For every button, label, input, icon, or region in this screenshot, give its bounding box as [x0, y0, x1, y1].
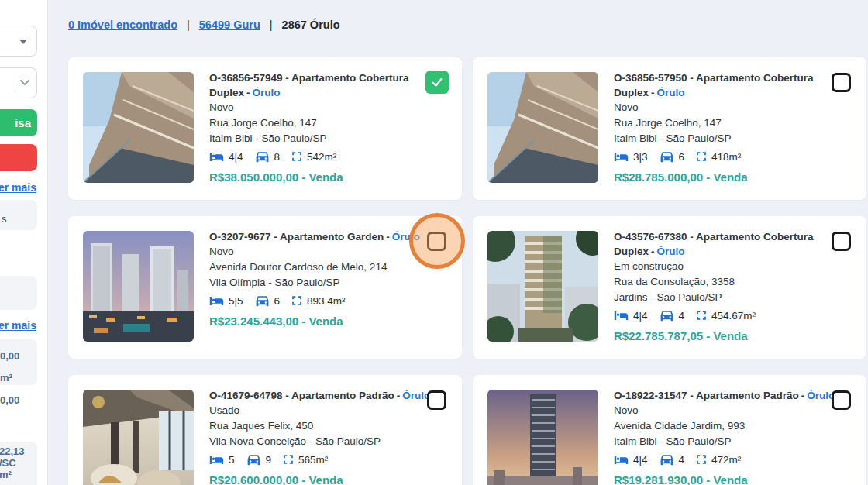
sidebar-combobox[interactable]	[0, 67, 37, 98]
listing-price: R$19.281.930,00 - Venda	[614, 473, 846, 485]
listing-title: O-36856-57949 - Apartamento Cobertura Du…	[209, 71, 436, 100]
area-feature: 542m²	[291, 151, 336, 163]
area-value: 472m²	[711, 454, 741, 466]
building-photo-illustration	[487, 231, 598, 342]
car-icon	[255, 295, 270, 307]
listing-title: O-43576-67380 - Apartamento Cobertura Du…	[614, 229, 840, 259]
building-photo-illustration	[487, 72, 598, 183]
bed-icon	[614, 454, 629, 466]
bed-icon	[209, 295, 224, 307]
property-photo	[487, 72, 598, 183]
listing-condition: Novo	[614, 100, 846, 115]
area-feature: 454.67m²	[696, 310, 756, 322]
bed-icon	[614, 310, 629, 322]
area-expand-icon	[696, 310, 707, 321]
listing-district: Vila Olímpia - São Paulo/SP	[209, 275, 442, 291]
bedrooms-value: 3|3	[633, 151, 648, 163]
select-checkbox[interactable]	[425, 71, 449, 94]
filter-chip-price[interactable]: 22,13 /SC m²	[0, 442, 37, 485]
bed-icon	[209, 151, 224, 163]
source-link[interactable]: Órulo	[657, 246, 685, 257]
bedrooms-feature: 4|4	[614, 310, 648, 322]
guru-count-link[interactable]: 56499 Guru	[199, 19, 260, 31]
filter-chip-area[interactable]: 0,00 m²	[0, 339, 37, 385]
title-separator: -	[246, 87, 250, 98]
listing-features: 4|4 4 472m²	[614, 452, 846, 466]
car-icon	[660, 310, 674, 322]
listing-features: 3|3 6 418m²	[614, 150, 846, 163]
listing-street: Avenida Doutor Cardoso de Melo, 214	[209, 260, 442, 275]
property-photo	[487, 231, 598, 342]
filter-chip-value: 22,13	[0, 445, 37, 457]
ver-mais-link[interactable]: Ver mais	[0, 319, 36, 332]
listing-info: O-3207-9677 - Apartamento Garden-Órulo N…	[209, 229, 442, 328]
filter-chip-value: 0,00	[0, 346, 37, 367]
area-expand-icon	[291, 295, 302, 306]
source-link[interactable]: Órulo	[657, 87, 685, 98]
bed-icon	[614, 151, 629, 163]
building-photo-illustration	[83, 72, 194, 183]
parking-feature: 8	[255, 151, 281, 163]
bedrooms-value: 4|4	[633, 454, 648, 466]
divider	[15, 74, 16, 91]
ver-mais-link[interactable]: Ver mais	[0, 181, 36, 194]
listing-title: O-3207-9677 - Apartamento Garden-Órulo	[209, 229, 436, 244]
filter-chip-label: s	[2, 213, 7, 225]
listing-code: O-41679-64798 - Apartamento Padrão	[209, 390, 394, 401]
parking-value: 9	[266, 454, 272, 466]
sidebar-select[interactable]	[0, 26, 37, 57]
bedrooms-feature: 3|3	[614, 151, 648, 163]
listing-district: Itaim Bibi - São Paulo/SP	[209, 131, 442, 146]
listing-card: O-36856-57949 - Apartamento Cobertura Du…	[68, 57, 462, 200]
area-value: 542m²	[307, 151, 336, 163]
listing-title: O-36856-57950 - Apartamento Cobertura Du…	[614, 71, 840, 100]
caret-down-icon	[19, 40, 27, 44]
listing-info: O-43576-67380 - Apartamento Cobertura Du…	[614, 229, 846, 342]
filter-chip[interactable]: s	[0, 200, 37, 230]
chevron-down-icon	[20, 80, 29, 86]
bedrooms-feature: 5	[209, 454, 235, 466]
area-value: 454.67m²	[711, 310, 756, 322]
separator: |	[270, 19, 273, 31]
parking-feature: 9	[246, 454, 272, 466]
source-link[interactable]: Órulo	[402, 390, 430, 401]
bedrooms-feature: 4|4	[209, 151, 243, 163]
car-icon	[660, 454, 674, 466]
bedrooms-value: 5	[229, 454, 235, 466]
source-link[interactable]: Órulo	[253, 87, 281, 98]
title-separator: -	[386, 231, 390, 242]
property-photo	[83, 390, 194, 485]
area-feature: 893.4m²	[291, 295, 346, 307]
listing-price: R$23.245.443,00 - Venda	[209, 315, 442, 328]
listing-condition: Novo	[614, 403, 846, 418]
listing-features: 4|4 4 454.67m²	[614, 308, 846, 322]
parking-value: 8	[274, 151, 281, 163]
orulo-count: 2867 Órulo	[282, 19, 340, 31]
select-checkbox[interactable]	[832, 390, 851, 410]
results-count-link[interactable]: 0 Imóvel encontrado	[68, 19, 177, 31]
results-header: 0 Imóvel encontrado | 56499 Guru | 2867 …	[68, 19, 340, 31]
listing-info: O-36856-57950 - Apartamento Cobertura Du…	[614, 71, 846, 184]
car-icon	[255, 151, 270, 163]
area-feature: 565m²	[283, 454, 328, 466]
parking-feature: 6	[255, 295, 281, 307]
listing-district: Itaim Bibi - São Paulo/SP	[614, 434, 846, 449]
listing-card: O-43576-67380 - Apartamento Cobertura Du…	[473, 216, 866, 359]
search-button[interactable]: isa	[0, 109, 37, 136]
listing-district: Vila Nova Conceição - São Paulo/SP	[209, 434, 442, 449]
select-checkbox[interactable]	[427, 390, 446, 410]
parking-value: 6	[679, 151, 685, 163]
select-checkbox[interactable]	[832, 73, 851, 92]
filter-chip[interactable]	[0, 276, 37, 310]
listing-price: R$20.600.000,00 - Venda	[209, 473, 442, 485]
area-value: 418m²	[711, 151, 741, 163]
car-icon	[660, 151, 674, 163]
listing-title: O-18922-31547 - Apartamento Padrão-Órulo	[614, 388, 840, 403]
area-value: 565m²	[298, 454, 328, 466]
select-checkbox[interactable]	[832, 232, 851, 251]
clear-button[interactable]	[0, 144, 37, 171]
source-link[interactable]: Órulo	[807, 390, 835, 401]
listing-street: Avenida Cidade Jardim, 993	[614, 418, 846, 434]
title-separator: -	[651, 246, 655, 257]
listing-price: R$38.050.000,00 - Venda	[209, 170, 442, 184]
